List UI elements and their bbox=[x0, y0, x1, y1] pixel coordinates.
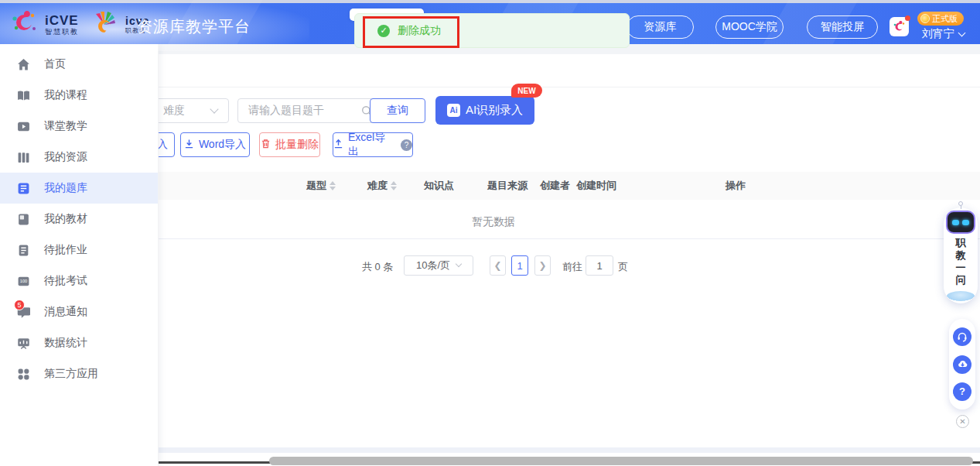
annotation-box bbox=[363, 16, 459, 48]
chevron-down-icon bbox=[958, 29, 966, 37]
download-icon bbox=[184, 139, 194, 151]
textbook-icon bbox=[17, 213, 30, 226]
robot-head-icon bbox=[946, 211, 975, 234]
column-actions: 操作 bbox=[726, 172, 746, 200]
sidebar-item-pending-homework[interactable]: 待批作业 bbox=[0, 235, 158, 266]
nav-resource-library-button[interactable]: 资源库 bbox=[627, 15, 694, 39]
sidebar-item-notifications[interactable]: 5 消息通知 bbox=[0, 296, 158, 327]
sidebar-item-my-resources[interactable]: 我的资源 bbox=[0, 142, 158, 173]
app-switcher-icon[interactable] bbox=[890, 17, 909, 36]
column-knowledge-point: 知识点 bbox=[424, 172, 454, 200]
column-create-time: 创建时间 bbox=[576, 172, 616, 200]
home-icon bbox=[17, 58, 30, 71]
new-badge: NEW bbox=[511, 84, 542, 98]
grid-apps-icon bbox=[17, 368, 30, 381]
chevron-down-icon bbox=[456, 261, 462, 267]
query-button[interactable]: 查询 bbox=[370, 98, 425, 123]
quick-actions-pill: ? bbox=[949, 319, 975, 409]
goto-page-input[interactable]: 1 bbox=[586, 255, 613, 276]
table-bottom-border bbox=[159, 238, 980, 239]
upload-icon bbox=[333, 139, 343, 151]
sidebar: 首页 我的课程 课堂教学 我的资源 我的题库 bbox=[0, 44, 159, 466]
icve-swirl-logo-icon bbox=[11, 9, 37, 40]
goto-label: 前往 bbox=[562, 260, 582, 274]
sidebar-item-home[interactable]: 首页 bbox=[0, 49, 158, 80]
nav-screen-cast-button[interactable]: 智能投屏 bbox=[807, 15, 878, 39]
user-menu[interactable]: 刘宵宁 bbox=[922, 27, 965, 41]
version-badge: 正式版 bbox=[917, 12, 964, 26]
notification-count-badge: 5 bbox=[14, 300, 25, 310]
pagination-total: 共 0 条 bbox=[362, 260, 393, 274]
close-widgets-icon[interactable]: ✕ bbox=[956, 415, 969, 428]
sidebar-item-my-question-bank[interactable]: 我的题库 bbox=[0, 173, 158, 204]
prev-page-button[interactable]: ❮ bbox=[490, 255, 506, 276]
statistics-board-icon bbox=[17, 337, 30, 350]
sidebar-item-third-party-apps[interactable]: 第三方应用 bbox=[0, 358, 158, 389]
next-page-button[interactable]: ❯ bbox=[534, 255, 551, 276]
page-unit-label: 页 bbox=[618, 260, 628, 274]
page-title: 资源库教学平台 bbox=[137, 16, 251, 37]
username: 刘宵宁 bbox=[922, 27, 954, 41]
sidebar-item-pending-exams[interactable]: 100 待批考试 bbox=[0, 266, 158, 296]
excel-export-button[interactable]: Excel导出 ? bbox=[333, 132, 413, 157]
download-cloud-icon[interactable] bbox=[953, 355, 971, 374]
column-difficulty[interactable]: 难度 bbox=[367, 172, 397, 200]
message-icon: 5 bbox=[17, 306, 30, 319]
chevron-down-icon bbox=[210, 105, 218, 113]
sidebar-item-statistics[interactable]: 数据统计 bbox=[0, 327, 158, 358]
content-bottom-band bbox=[159, 447, 980, 453]
exam-score-icon: 100 bbox=[17, 275, 30, 288]
sort-carets-icon[interactable] bbox=[330, 181, 336, 190]
sort-carets-icon[interactable] bbox=[391, 181, 397, 190]
search-input[interactable]: 请输入题目题干 bbox=[237, 98, 381, 123]
content-divider bbox=[159, 87, 980, 87]
icve-peacock-logo-icon bbox=[91, 9, 118, 40]
word-import-button[interactable]: Word导入 bbox=[180, 132, 250, 157]
page-number-button[interactable]: 1 bbox=[511, 255, 528, 276]
horizontal-scrollbar[interactable] bbox=[269, 457, 973, 465]
sidebar-item-my-courses[interactable]: 我的课程 bbox=[0, 80, 158, 111]
customer-service-icon[interactable] bbox=[953, 327, 971, 346]
medal-icon bbox=[920, 14, 930, 23]
open-book-icon bbox=[17, 89, 30, 102]
sidebar-item-my-textbooks[interactable]: 我的教材 bbox=[0, 204, 158, 235]
help-question-icon[interactable]: ? bbox=[953, 382, 971, 401]
wave-decor bbox=[947, 291, 975, 301]
trash-icon bbox=[261, 139, 271, 151]
sidebar-item-classroom-teaching[interactable]: 课堂教学 bbox=[0, 111, 158, 142]
nav-mooc-button[interactable]: MOOC学院 bbox=[715, 15, 784, 39]
library-icon bbox=[17, 151, 30, 164]
question-bank-icon bbox=[17, 182, 30, 195]
batch-delete-button[interactable]: 批量删除 bbox=[259, 132, 320, 157]
icve-zhihuizhijiao-logo: iCVE 智慧职教 bbox=[45, 14, 79, 36]
document-icon bbox=[17, 244, 30, 257]
page-size-select[interactable]: 10条/页 bbox=[404, 255, 473, 276]
help-icon[interactable]: ? bbox=[401, 139, 412, 151]
ai-assistant-widget[interactable]: 职 教 一 问 bbox=[944, 207, 978, 303]
robot-antenna-icon bbox=[958, 201, 963, 206]
column-creator: 创建者 bbox=[540, 172, 570, 200]
ai-icon: Ai bbox=[447, 104, 460, 117]
video-play-icon bbox=[17, 120, 30, 133]
column-question-type[interactable]: 题型 bbox=[306, 172, 336, 200]
svg-text:100: 100 bbox=[20, 279, 28, 283]
ai-recognition-button[interactable]: Ai AI识别录入 bbox=[435, 96, 534, 125]
assistant-label: 职 教 一 问 bbox=[944, 237, 978, 286]
notification-dot bbox=[905, 15, 910, 21]
page: iCVE 智慧职教 icve 职教云 资源库教学平台 资源库 MOOC学院 智能… bbox=[0, 0, 980, 466]
column-question-source: 题目来源 bbox=[487, 172, 528, 200]
